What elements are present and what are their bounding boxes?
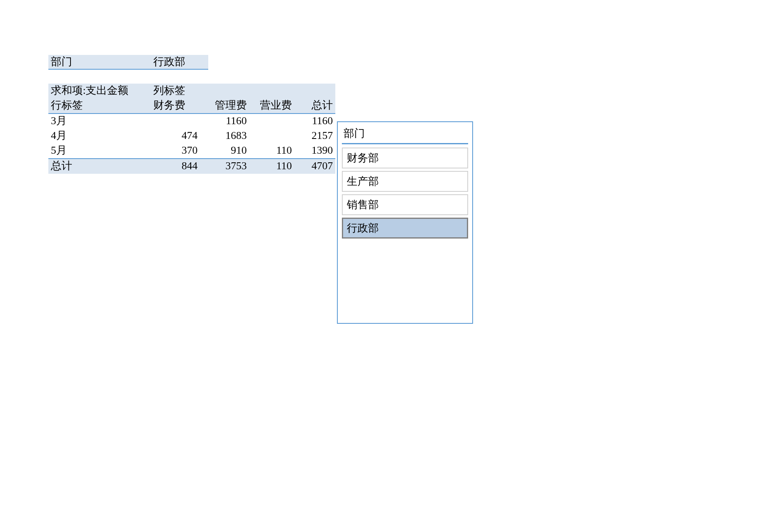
cell: 1683 <box>200 129 249 143</box>
cell <box>249 129 294 143</box>
filter-field-label: 部门 <box>48 55 151 70</box>
slicer-title: 部门 <box>342 125 468 144</box>
slicer-item[interactable]: 财务部 <box>342 148 468 168</box>
slicer-item[interactable]: 销售部 <box>342 194 468 215</box>
cell: 474 <box>151 129 200 143</box>
table-row: 4月 474 1683 2157 <box>48 129 335 143</box>
cell <box>151 114 200 129</box>
cell: 1160 <box>294 114 335 129</box>
pivot-header-row-1: 求和项:支出金额 列标签 <box>48 84 335 98</box>
cell: 910 <box>200 143 249 159</box>
filter-field-value[interactable]: 行政部 <box>151 55 208 70</box>
slicer-panel[interactable]: 部门 财务部生产部销售部行政部 <box>337 121 473 324</box>
grand-total-cell: 110 <box>249 159 294 174</box>
row-label: 3月 <box>48 114 151 129</box>
slicer-items: 财务部生产部销售部行政部 <box>342 148 468 239</box>
grand-total-cell: 3753 <box>200 159 249 174</box>
column-header: 管理费 <box>200 98 249 114</box>
cell: 1390 <box>294 143 335 159</box>
pivot-area: 部门 行政部 求和项:支出金额 列标签 行标签 财务费 管理费 营业费 总计 3… <box>48 55 335 174</box>
row-labels-header[interactable]: 行标签 <box>48 98 151 114</box>
table-row: 3月 1160 1160 <box>48 114 335 129</box>
grand-total-label: 总计 <box>48 159 151 174</box>
grand-total-cell: 844 <box>151 159 200 174</box>
cell <box>249 114 294 129</box>
column-header: 财务费 <box>151 98 200 114</box>
slicer-item[interactable]: 生产部 <box>342 171 468 192</box>
pivot-table: 求和项:支出金额 列标签 行标签 财务费 管理费 营业费 总计 3月 1160 … <box>48 84 335 174</box>
report-filter: 部门 行政部 <box>48 55 335 70</box>
cell: 1160 <box>200 114 249 129</box>
cell: 2157 <box>294 129 335 143</box>
grand-total-row: 总计 844 3753 110 4707 <box>48 159 335 174</box>
table-row: 5月 370 910 110 1390 <box>48 143 335 159</box>
row-label: 4月 <box>48 129 151 143</box>
column-header: 总计 <box>294 98 335 114</box>
pivot-header-row-2: 行标签 财务费 管理费 营业费 总计 <box>48 98 335 114</box>
slicer-item[interactable]: 行政部 <box>342 218 468 239</box>
column-header: 营业费 <box>249 98 294 114</box>
row-label: 5月 <box>48 143 151 159</box>
cell: 110 <box>249 143 294 159</box>
grand-total-cell: 4707 <box>294 159 335 174</box>
column-labels-header[interactable]: 列标签 <box>151 84 200 98</box>
cell: 370 <box>151 143 200 159</box>
value-field-label: 求和项:支出金额 <box>48 84 151 98</box>
